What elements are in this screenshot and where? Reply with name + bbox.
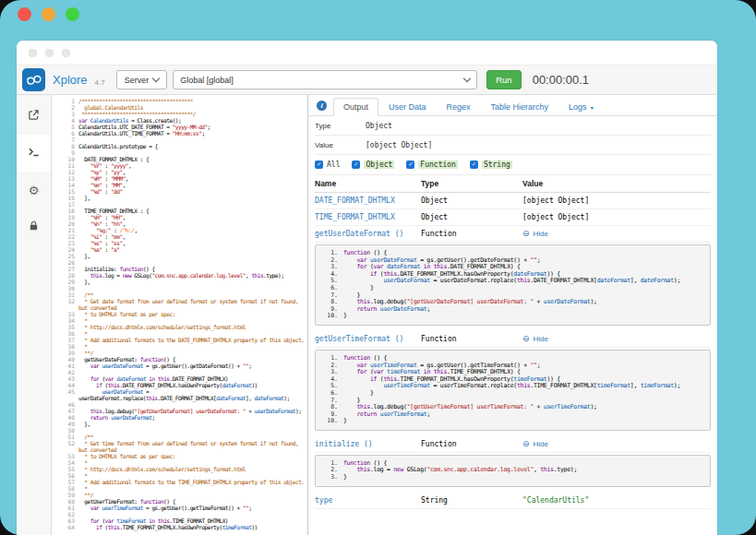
glasses-icon bbox=[25, 71, 42, 89]
tab-logs[interactable]: Logs▾ bbox=[558, 98, 604, 116]
code-line-text: getUserDateFormat: function() { bbox=[78, 356, 307, 363]
line-number: 31 bbox=[52, 291, 78, 298]
code-line-text: * bbox=[78, 343, 307, 350]
table-row: typeString"CalendarUtils" bbox=[315, 493, 711, 509]
code-line: 1/************************************** bbox=[52, 98, 307, 104]
code-line: 38 * bbox=[52, 343, 307, 350]
caret-down-icon: ▾ bbox=[591, 104, 594, 111]
checkbox-checked-icon[interactable]: ✓ bbox=[315, 160, 323, 169]
filter-string[interactable]: ✓String bbox=[470, 160, 512, 169]
code-line-text: CalendarUtils.UTC_DATE_FORMAT = "yyyy-MM… bbox=[78, 124, 307, 130]
close-button[interactable] bbox=[18, 7, 31, 21]
circled-minus-icon: ⊖ bbox=[522, 440, 530, 448]
source-line: 9. return userDateFormat; bbox=[322, 306, 703, 314]
checkbox-checked-icon[interactable]: ✓ bbox=[406, 160, 414, 169]
code-editor[interactable]: 1/**************************************… bbox=[52, 95, 308, 535]
filter-function[interactable]: ✓Function bbox=[406, 160, 458, 169]
code-line-text: **/ bbox=[78, 492, 307, 498]
tab-label: Logs bbox=[569, 102, 587, 112]
code-line-text: }, bbox=[78, 421, 307, 427]
code-line: 50 bbox=[52, 427, 307, 434]
filter-object[interactable]: ✓Object bbox=[352, 160, 394, 169]
code-line-text: TIME_FORMAT_DHTMLX : { bbox=[78, 208, 307, 214]
code-line: 36 * bbox=[52, 330, 307, 337]
tab-output[interactable]: Output bbox=[333, 98, 378, 116]
property-name-link[interactable]: initialize () bbox=[315, 440, 421, 448]
window-dot bbox=[62, 49, 70, 57]
results-table-header: NameTypeValue bbox=[315, 175, 711, 193]
hide-link[interactable]: ⊖Hide bbox=[522, 440, 548, 448]
source-line-text: for (var timeFormat in this.TIME_FORMAT_… bbox=[343, 369, 521, 376]
property-name-link[interactable]: TIME_FORMAT_DHTMLX bbox=[315, 213, 421, 221]
filter-all[interactable]: ✓All bbox=[315, 160, 340, 169]
sidebar-item-gear[interactable]: ⚙ bbox=[17, 172, 51, 208]
code-line: 19 "%H" : "HH", bbox=[52, 214, 307, 220]
line-number: 35 bbox=[52, 324, 78, 330]
code-line: 14 "%m" : "MM", bbox=[52, 182, 307, 188]
column-header: Type bbox=[421, 179, 522, 188]
source-line: 1.function () { bbox=[322, 355, 703, 363]
code-line-text: * bbox=[78, 459, 307, 466]
code-line: 55 * http://docs.dhtmlx.com/scheduler/se… bbox=[52, 466, 307, 472]
run-button[interactable]: Run bbox=[486, 70, 521, 89]
source-line: 3. for (var dateFormat in this.DATE_FORM… bbox=[322, 264, 703, 271]
property-name-link[interactable]: DATE_FORMAT_DHTMLX bbox=[315, 196, 421, 205]
code-line: 57 * Add additional formats to the TIME_… bbox=[52, 479, 307, 485]
code-line-text: if (this.TIME_FORMAT_DHTMLX.hasOwnProper… bbox=[78, 524, 307, 530]
code-line: 35 * http://docs.dhtmlx.com/scheduler/se… bbox=[52, 324, 307, 330]
info-icon[interactable]: i bbox=[317, 101, 327, 111]
table-row: TIME_FORMAT_DHTMLXObject[object Object] bbox=[315, 209, 711, 226]
line-number: 5 bbox=[52, 124, 78, 130]
hide-link[interactable]: ⊖Hide bbox=[522, 335, 548, 343]
line-number: 58 bbox=[52, 485, 78, 492]
server-dropdown[interactable]: Server bbox=[116, 70, 168, 89]
code-line: 59 **/ bbox=[52, 492, 307, 498]
line-number: 9 bbox=[52, 149, 78, 156]
tab-regex[interactable]: Regex bbox=[437, 98, 481, 116]
property-type: Object bbox=[421, 213, 522, 221]
code-line-text: }, bbox=[78, 279, 307, 285]
code-line-text: return userDateFormat; bbox=[78, 414, 307, 421]
line-number: 19 bbox=[52, 214, 78, 220]
sidebar-item-open-in-new-window[interactable] bbox=[17, 98, 51, 135]
chevron-down-icon bbox=[152, 75, 160, 82]
sidebar-item-terminal[interactable] bbox=[17, 135, 51, 172]
property-type: Function bbox=[421, 440, 522, 448]
sidebar-item-lock[interactable] bbox=[17, 208, 51, 245]
property-name-link[interactable]: getUserDateFormat () bbox=[315, 230, 421, 238]
checkbox-checked-icon[interactable]: ✓ bbox=[470, 160, 478, 169]
minimize-button[interactable] bbox=[42, 7, 55, 21]
tab-table-hierarchy[interactable]: Table Hierarchy bbox=[481, 98, 559, 116]
checkbox-checked-icon[interactable]: ✓ bbox=[352, 160, 360, 169]
line-number: 34 bbox=[52, 317, 78, 324]
code-editor-lines: 1/**************************************… bbox=[52, 98, 307, 530]
code-line: 24 "%a" : "a" bbox=[52, 246, 307, 253]
property-name-link[interactable]: type bbox=[315, 496, 421, 505]
code-line-text: this.log = new GSLog("com.snc.app.calend… bbox=[78, 272, 307, 279]
property-name-link[interactable]: getUserTimeFormat () bbox=[315, 335, 421, 343]
zoom-button[interactable] bbox=[66, 7, 79, 21]
source-line-text: return userTimeFormat; bbox=[343, 411, 430, 419]
app-name: Xplore bbox=[53, 73, 88, 87]
line-number: 30 bbox=[52, 285, 78, 291]
code-line-text: CalendarUtils.prototype = { bbox=[78, 143, 307, 149]
source-line: 4. if (this.DATE_FORMAT_DHTMLX.hasOwnPro… bbox=[322, 271, 703, 279]
code-line-text: initialize: function() { bbox=[78, 266, 307, 272]
source-line: 2. var userTimeFormat = gs.getUser().get… bbox=[322, 363, 703, 370]
line-number: 55 bbox=[52, 466, 78, 472]
tab-user-data[interactable]: User Data bbox=[378, 98, 437, 116]
hide-link[interactable]: ⊖Hide bbox=[522, 230, 548, 238]
code-line-text: var CalendarUtils = Class.create(); bbox=[78, 117, 307, 124]
table-row: initialize ()Function⊖Hide bbox=[315, 436, 711, 453]
scope-select[interactable]: Global [global] bbox=[173, 70, 477, 89]
code-line-text: * Add additional formats to the DATE_FOR… bbox=[78, 337, 307, 343]
tab-label: Regex bbox=[447, 102, 471, 112]
filter-label: Object bbox=[364, 160, 394, 169]
window-dots bbox=[17, 41, 717, 65]
toolbar: Xplore 4.7 Server Global [global] Run 00… bbox=[17, 65, 717, 95]
code-line-text bbox=[78, 401, 307, 408]
property-value: ⊖Hide bbox=[522, 230, 711, 238]
terminal-icon bbox=[28, 145, 40, 161]
line-number: 11 bbox=[52, 162, 78, 169]
source-line: 2. this.log = new GSLog("com.snc.app.cal… bbox=[322, 467, 703, 474]
